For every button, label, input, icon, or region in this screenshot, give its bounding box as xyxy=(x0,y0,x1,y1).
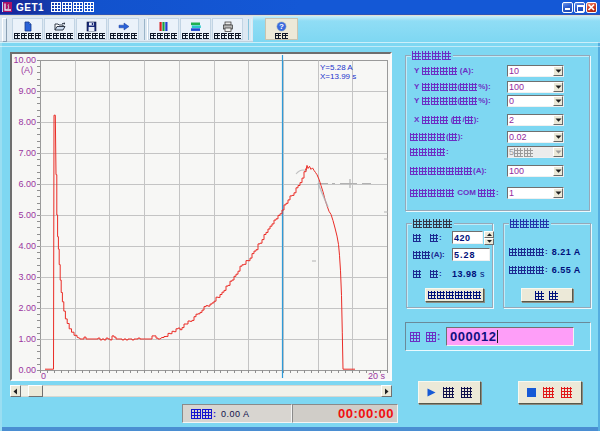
svg-text:5.00: 5.00 xyxy=(18,210,36,220)
svg-text:3.00: 3.00 xyxy=(18,272,36,282)
svg-text:7.00: 7.00 xyxy=(18,148,36,158)
svg-text:9.00: 9.00 xyxy=(18,86,36,96)
svg-text:4.00: 4.00 xyxy=(18,241,36,251)
svg-text:1.00: 1.00 xyxy=(18,334,36,344)
svg-text:10.00: 10.00 xyxy=(13,55,36,65)
svg-text:2.00: 2.00 xyxy=(18,303,36,313)
svg-text:0: 0 xyxy=(41,371,46,380)
svg-text:8.00: 8.00 xyxy=(18,117,36,127)
svg-text:X=13.99 s: X=13.99 s xyxy=(320,72,356,81)
svg-text:20 s: 20 s xyxy=(368,371,386,380)
svg-text:6.00: 6.00 xyxy=(18,179,36,189)
svg-text:Y=5.28 A: Y=5.28 A xyxy=(320,63,353,72)
svg-text:0.00: 0.00 xyxy=(18,365,36,375)
svg-text:?: ? xyxy=(279,22,284,31)
svg-text:(A): (A) xyxy=(21,65,33,75)
